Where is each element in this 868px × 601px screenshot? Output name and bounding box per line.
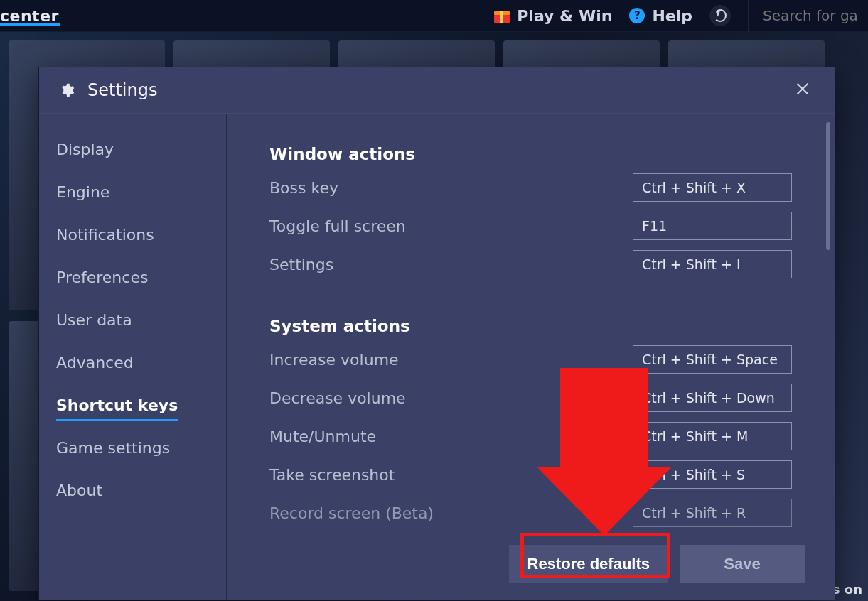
shortcut-label: Settings bbox=[269, 256, 333, 274]
sidebar-item-label: Advanced bbox=[56, 354, 134, 372]
shortcut-label: Decrease volume bbox=[269, 389, 406, 407]
play-and-win-link[interactable]: Play & Win bbox=[494, 7, 612, 25]
gear-icon bbox=[59, 82, 75, 98]
history-button[interactable] bbox=[709, 5, 731, 26]
sidebar-item-preferences[interactable]: Preferences bbox=[56, 270, 148, 286]
play-and-win-label: Play & Win bbox=[517, 7, 612, 25]
sidebar-item-label: About bbox=[56, 482, 102, 499]
section-title-window-actions: Window actions bbox=[269, 145, 822, 163]
sidebar-item-advanced[interactable]: Advanced bbox=[56, 355, 134, 371]
search-box[interactable] bbox=[748, 0, 868, 32]
shortcut-input-boss-key[interactable]: Ctrl + Shift + X bbox=[633, 173, 792, 202]
sidebar-item-label: Preferences bbox=[56, 269, 148, 286]
shortcut-row-mute: Mute/Unmute Ctrl + Shift + M bbox=[269, 422, 822, 450]
close-icon bbox=[795, 81, 810, 97]
restore-defaults-button[interactable]: Restore defaults bbox=[509, 545, 668, 583]
section-title-system-actions: System actions bbox=[269, 317, 822, 335]
sidebar-item-notifications[interactable]: Notifications bbox=[56, 227, 154, 243]
shortcut-value: Ctrl + Shift + Down bbox=[642, 390, 775, 406]
modal-title: Settings bbox=[87, 80, 157, 100]
sidebar-item-about[interactable]: About bbox=[56, 483, 102, 499]
shortcut-row-increase-volume: Increase volume Ctrl + Shift + Space bbox=[269, 345, 822, 374]
modal-backdrop: Settings Display Engine Notifications Pr… bbox=[0, 32, 868, 601]
sidebar-item-shortcut-keys[interactable]: Shortcut keys bbox=[56, 398, 178, 413]
help-icon: ? bbox=[629, 8, 645, 23]
shortcut-row-settings: Settings Ctrl + Shift + I bbox=[269, 250, 822, 278]
shortcut-label: Take screenshot bbox=[269, 466, 395, 484]
shortcut-value: Ctrl + Shift + X bbox=[642, 180, 746, 195]
help-link[interactable]: ? Help bbox=[629, 7, 692, 25]
sidebar-item-label: User data bbox=[56, 311, 132, 329]
history-icon bbox=[714, 9, 727, 22]
background-content: BlueStacks on Settings Display Engine No… bbox=[0, 32, 868, 601]
shortcut-label: Toggle full screen bbox=[269, 217, 406, 235]
panel-scroll-area: Window actions Boss key Ctrl + Shift + X… bbox=[269, 145, 822, 529]
settings-modal: Settings Display Engine Notifications Pr… bbox=[38, 67, 835, 600]
sidebar-item-engine[interactable]: Engine bbox=[56, 185, 109, 200]
shortcut-row-record: Record screen (Beta) Ctrl + Shift + R bbox=[269, 499, 822, 527]
panel-wrap: Window actions Boss key Ctrl + Shift + X… bbox=[227, 114, 835, 600]
sidebar-item-display[interactable]: Display bbox=[56, 142, 114, 158]
settings-sidebar: Display Engine Notifications Preferences… bbox=[39, 114, 227, 600]
help-label: Help bbox=[652, 7, 692, 25]
shortcut-input-screenshot[interactable]: Ctrl + Shift + S bbox=[633, 460, 792, 489]
sidebar-item-label: Shortcut keys bbox=[56, 396, 178, 414]
shortcut-input-settings[interactable]: Ctrl + Shift + I bbox=[633, 250, 792, 278]
shortcut-label: Increase volume bbox=[269, 351, 399, 369]
app-logo-fragment: center bbox=[0, 7, 59, 25]
modal-header: Settings bbox=[39, 67, 835, 113]
logo-underline bbox=[0, 23, 60, 26]
shortcut-label: Mute/Unmute bbox=[269, 428, 376, 445]
sidebar-item-label: Game settings bbox=[56, 439, 170, 457]
shortcut-input-fullscreen[interactable]: F11 bbox=[633, 212, 792, 240]
modal-body: Display Engine Notifications Preferences… bbox=[39, 113, 835, 600]
shortcut-value: Ctrl + Shift + M bbox=[642, 428, 748, 444]
shortcut-label: Record screen (Beta) bbox=[269, 504, 434, 522]
shortcut-input-decrease-volume[interactable]: Ctrl + Shift + Down bbox=[633, 384, 792, 412]
shortcut-label: Boss key bbox=[269, 179, 338, 197]
shortcut-value: F11 bbox=[642, 218, 667, 234]
panel-scrollbar-thumb[interactable] bbox=[826, 122, 830, 250]
shortcut-input-record[interactable]: Ctrl + Shift + R bbox=[633, 499, 792, 527]
sidebar-item-label: Engine bbox=[56, 183, 109, 201]
topbar-right: Play & Win ? Help bbox=[494, 0, 868, 31]
shortcut-row-fullscreen: Toggle full screen F11 bbox=[269, 212, 822, 240]
save-button[interactable]: Save bbox=[680, 545, 805, 583]
save-label: Save bbox=[724, 555, 760, 573]
sidebar-item-user-data[interactable]: User data bbox=[56, 313, 132, 328]
shortcut-value: Ctrl + Shift + R bbox=[642, 505, 746, 521]
sidebar-item-game-settings[interactable]: Game settings bbox=[56, 440, 170, 456]
shortcut-value: Ctrl + Shift + S bbox=[642, 467, 745, 482]
restore-defaults-label: Restore defaults bbox=[527, 555, 650, 573]
app-topbar: center Play & Win ? Help bbox=[0, 0, 868, 32]
search-input[interactable] bbox=[761, 6, 868, 25]
shortcut-row-boss-key: Boss key Ctrl + Shift + X bbox=[269, 173, 822, 202]
shortcut-input-mute[interactable]: Ctrl + Shift + M bbox=[633, 422, 792, 450]
sidebar-item-label: Display bbox=[56, 141, 114, 158]
shortcut-row-decrease-volume: Decrease volume Ctrl + Shift + Down bbox=[269, 384, 822, 412]
gift-icon bbox=[494, 8, 510, 23]
shortcut-value: Ctrl + Shift + I bbox=[642, 256, 741, 272]
modal-footer: Restore defaults Save bbox=[227, 529, 835, 600]
shortcut-keys-panel: Window actions Boss key Ctrl + Shift + X… bbox=[227, 114, 835, 529]
shortcut-input-increase-volume[interactable]: Ctrl + Shift + Space bbox=[633, 345, 792, 374]
shortcut-row-screenshot: Take screenshot Ctrl + Shift + S bbox=[269, 460, 822, 489]
shortcut-value: Ctrl + Shift + Space bbox=[642, 352, 778, 367]
sidebar-item-label: Notifications bbox=[56, 226, 154, 244]
close-button[interactable] bbox=[791, 77, 815, 104]
